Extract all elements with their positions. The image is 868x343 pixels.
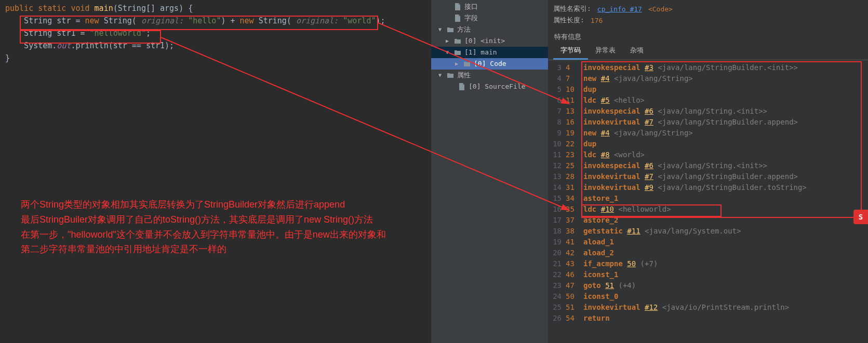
folder-icon [454,37,461,45]
tree-item[interactable]: 接口 [431,1,548,12]
details-panel: 属性名索引: cp_info #17 <Code> 属性长度: 176 特有信息… [548,0,868,343]
tree-arrow-icon: ▼ [438,24,444,35]
file-icon [454,3,461,10]
tree-arrow-icon: ▶ [455,58,460,70]
tree-item[interactable]: ▼属性 [431,70,548,81]
bytecode-line[interactable]: 2551invokevirtual #12 <java/io/PrintStre… [548,302,868,313]
bytecode-line[interactable]: 1123ldc #8 <world> [548,149,868,160]
bytecode-line[interactable]: 2654return [548,313,868,324]
tree-item-label: [0] <init> [464,35,505,47]
tab-字节码[interactable]: 字节码 [553,43,588,60]
tree-arrow-icon: ▼ [446,47,451,58]
prop-value-length: 176 [591,17,603,24]
bytecode-line[interactable]: 2143if_acmpne 50 (+7) [548,258,868,269]
bytecode-line[interactable]: 1534astore_1 [548,193,868,204]
bytecode-line[interactable]: 510dup [548,84,868,95]
code-line[interactable]: String str1 = "helloworld"; [5,27,426,39]
bytecode-line[interactable]: 1838getstatic #11 <java/lang/System.out> [548,226,868,237]
tree-item[interactable]: 字段 [431,12,548,24]
bytecode-line[interactable]: 2450iconst_0 [548,291,868,302]
tab-异常表[interactable]: 异常表 [588,43,623,60]
tree-item-label: 属性 [457,70,471,81]
tree-item-label: 接口 [464,1,478,12]
code-line[interactable]: String str = new String( original: "hell… [5,15,426,27]
tree-item[interactable]: ▼方法 [431,24,548,35]
tabs-bar: 字节码异常表杂项 [548,43,868,60]
tree-item-label: [0] SourceFile [469,81,526,92]
annotation-line: 在第一步，"helloworld"这个变量并不会放入到字符串常量池中。由于是ne… [21,227,386,242]
bytecode-line[interactable]: 1635ldc #10 <helloworld> [548,204,868,215]
tree-item-label: [1] main [464,47,497,58]
bytecode-line[interactable]: 1737astore_2 [548,215,868,226]
bytecode-line[interactable]: 1328invokevirtual #7 <java/lang/StringBu… [548,171,868,182]
prop-label-name-index: 属性名索引: [553,4,591,13]
bytecode-line[interactable]: 1941aload_1 [548,237,868,248]
prop-link-cpinfo[interactable]: cp_info #17 [597,5,642,13]
folder-icon [463,60,471,67]
prop-label-length: 属性长度: [553,16,584,25]
tree-item[interactable]: ▶[0] <init> [431,35,548,47]
code-editor[interactable]: public static void main(String[] args) {… [0,0,431,343]
bytecode-line[interactable]: 1022dup [548,139,868,149]
code-line[interactable]: public static void main(String[] args) { [5,2,426,15]
code-line[interactable]: System.out.println(str == str1); [5,39,426,52]
side-button-label: S [859,213,863,221]
folder-icon [454,49,461,56]
properties-section: 属性名索引: cp_info #17 <Code> 属性长度: 176 [548,0,868,29]
file-icon [454,15,461,22]
bytecode-line[interactable]: 919new #4 <java/lang/String> [548,128,868,139]
annotation-line: 第二步字符串常量池的中引用地址肯定是不一样的 [21,242,386,257]
annotation-text: 两个String类型的对象相加其实底层转换为了StringBuilder对象然后… [21,197,386,257]
code-line[interactable]: } [5,52,426,64]
bytecode-line[interactable]: 816invokevirtual #7 <java/lang/StringBui… [548,117,868,128]
section-header: 特有信息 [548,29,868,43]
tree-item[interactable]: ▼[1] main [431,47,548,58]
tree-item-label: [0] Code [474,58,506,70]
file-icon [458,83,465,90]
annotation-line: 最后StringBuiler对象调用了自己的toString()方法，其实底层是… [21,212,386,227]
bytecode-line[interactable]: 34invokespecial #3 <java/lang/StringBuil… [548,62,868,73]
folder-icon [447,72,454,79]
bytecode-line[interactable]: 713invokespecial #6 <java/lang/String.<i… [548,106,868,117]
annotation-line: 两个String类型的对象相加其实底层转换为了StringBuilder对象然后… [21,197,386,212]
prop-code-tag: <Code> [648,5,673,13]
bytecode-line[interactable]: 47new #4 <java/lang/String> [548,73,868,84]
tree-item-label: 字段 [464,12,478,24]
bytecode-line[interactable]: 1225invokespecial #6 <java/lang/String.<… [548,160,868,171]
bytecode-line[interactable]: 2347goto 51 (+4) [548,280,868,291]
bytecode-line[interactable]: 611ldc #5 <hello> [548,95,868,106]
bytecode-line[interactable]: 1431invokevirtual #9 <java/lang/StringBu… [548,182,868,193]
structure-tree[interactable]: 接口字段▼方法▶[0] <init>▼[1] main▶[0] Code▼属性[… [431,0,548,343]
bytecode-line[interactable]: 2246iconst_1 [548,269,868,280]
tree-arrow-icon: ▼ [438,70,444,81]
folder-icon [447,26,454,33]
bytecode-panel[interactable]: 34invokespecial #3 <java/lang/StringBuil… [548,60,868,343]
side-button[interactable]: S [853,210,868,224]
tree-arrow-icon: ▶ [446,35,451,47]
tree-item[interactable]: ▶[0] Code [431,58,548,70]
tree-item[interactable]: [0] SourceFile [431,81,548,92]
bytecode-line[interactable]: 2042aload_2 [548,248,868,258]
tab-杂项[interactable]: 杂项 [623,43,651,60]
tree-item-label: 方法 [457,24,471,35]
